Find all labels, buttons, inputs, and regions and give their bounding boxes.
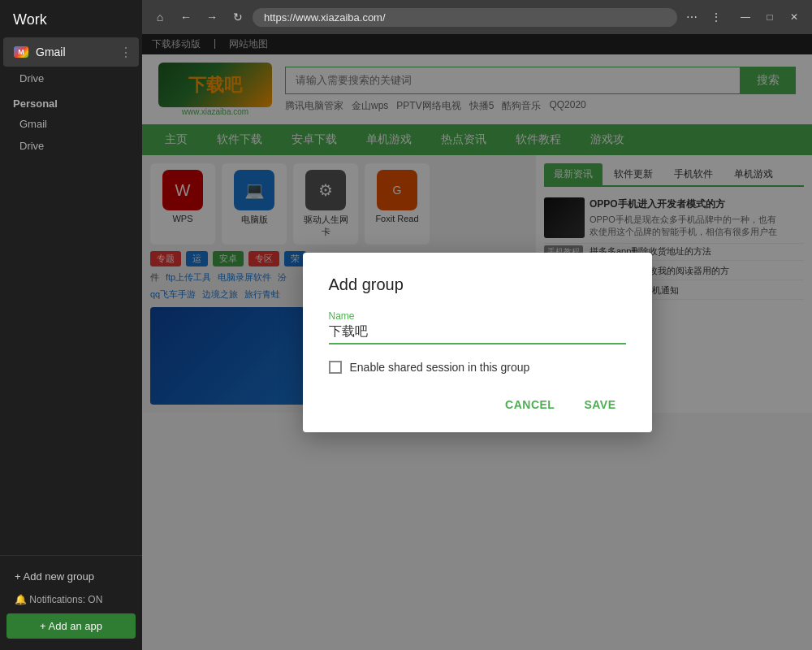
close-button[interactable]: ✕ <box>783 6 806 28</box>
refresh-icon: ↻ <box>233 11 243 24</box>
website-content: 下载移动版 | 网站地图 下载吧 www.xiazaiba.com 搜索 腾讯电… <box>142 34 812 650</box>
forward-button[interactable]: → <box>201 6 223 28</box>
section-label-personal: Personal <box>0 89 142 113</box>
browser-window: ⌂ ← → ↻ https://www.xiazaiba.com/ ⋯ ⋮ — <box>142 0 812 650</box>
url-text: https://www.xiazaiba.com/ <box>264 11 666 24</box>
sidebar-title: Work <box>0 0 142 37</box>
close-icon: ✕ <box>790 11 798 23</box>
sidebar: Work M Gmail ⋮ Drive Personal Gmail Driv… <box>0 0 142 650</box>
sidebar-item-label: Gmail <box>36 46 66 58</box>
forward-icon: → <box>206 11 218 24</box>
add-group-dialog: Add group Name Enable shared session in … <box>303 253 652 432</box>
minimize-icon: — <box>741 11 750 23</box>
sidebar-item-gmail-work[interactable]: M Gmail ⋮ <box>3 37 139 67</box>
group-name-input[interactable] <box>329 323 626 344</box>
share-icon: ⋯ <box>686 11 698 24</box>
home-button[interactable]: ⌂ <box>149 6 171 28</box>
browser-chrome: ⌂ ← → ↻ https://www.xiazaiba.com/ ⋯ ⋮ — <box>142 0 812 34</box>
home-icon: ⌂ <box>157 11 163 24</box>
notifications-label: 🔔 Notifications: ON <box>15 594 102 605</box>
gmail-icon: M <box>13 44 29 60</box>
checkbox-label: Enable shared session in this group <box>350 361 530 374</box>
sidebar-bottom: + Add new group 🔔 Notifications: ON + Ad… <box>0 555 142 650</box>
modal-overlay[interactable]: Add group Name Enable shared session in … <box>142 34 812 650</box>
window-controls: — □ ✕ <box>734 6 806 28</box>
browser-more-button[interactable]: ⋮ <box>705 6 728 28</box>
checkbox-row: Enable shared session in this group <box>329 361 626 374</box>
add-app-button[interactable]: + Add an app <box>6 613 136 639</box>
notifications-row: 🔔 Notifications: ON <box>6 589 136 610</box>
refresh-button[interactable]: ↻ <box>227 6 249 28</box>
dialog-title: Add group <box>329 275 626 294</box>
field-label-name: Name <box>329 310 626 322</box>
address-bar[interactable]: https://www.xiazaiba.com/ <box>253 8 677 27</box>
add-new-group-button[interactable]: + Add new group <box>6 564 136 589</box>
back-icon: ← <box>180 11 192 24</box>
shared-session-checkbox[interactable] <box>329 361 342 374</box>
sidebar-subitem-drive-personal[interactable]: Drive <box>0 135 142 157</box>
minimize-button[interactable]: — <box>734 6 757 28</box>
maximize-icon: □ <box>767 11 772 23</box>
sidebar-subitem-drive-work[interactable]: Drive <box>0 67 142 89</box>
share-button[interactable]: ⋯ <box>680 6 703 28</box>
maximize-button[interactable]: □ <box>758 6 781 28</box>
more-icon[interactable]: ⋮ <box>119 45 132 60</box>
browser-more-icon: ⋮ <box>710 11 722 24</box>
back-button[interactable]: ← <box>175 6 197 28</box>
dialog-actions: Cancel Save <box>329 393 626 416</box>
browser-actions: ⋯ ⋮ <box>680 6 728 28</box>
save-button[interactable]: Save <box>574 393 625 416</box>
sidebar-subitem-gmail-personal[interactable]: Gmail <box>0 113 142 135</box>
cancel-button[interactable]: Cancel <box>495 393 564 416</box>
